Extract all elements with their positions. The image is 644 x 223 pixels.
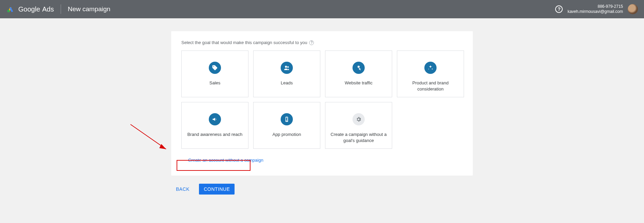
goal-label: Brand awareness and reach [183,131,247,138]
back-button[interactable]: BACK [173,184,193,195]
account-info[interactable]: 886-979-2715 kaveh.mirmousavi@gmail.com [567,4,623,14]
brand-first: Google [18,5,40,13]
continue-button[interactable]: CONTINUE [199,184,235,195]
page-title: New campaign [68,5,110,13]
account-id: 886-979-2715 [567,4,623,9]
header-divider [61,4,61,14]
app-header: Google Ads New campaign ? 886-979-2715 k… [0,0,644,18]
tag-icon [209,62,221,74]
avatar[interactable] [628,4,638,14]
goal-option[interactable]: Website traffic [325,50,392,97]
annotation-arrow-icon [129,123,173,157]
megaphone-icon [209,113,221,125]
goal-label: Website traffic [341,80,377,86]
page-body: Select the goal that would make this cam… [0,18,644,195]
goal-prompt-text: Select the goal that would make this cam… [181,40,307,45]
goal-option[interactable]: Create a campaign without a goal's guida… [325,102,392,149]
people-icon [281,62,293,74]
goal-option[interactable]: Sales [181,50,248,97]
goal-label: Sales [205,80,225,86]
header-right: ? 886-979-2715 kaveh.mirmousavi@gmail.co… [555,4,638,14]
svg-point-6 [286,121,287,122]
brand-second: Ads [42,5,54,13]
svg-point-4 [287,66,289,68]
goal-label: Leads [277,80,297,86]
sparkle-icon [424,62,437,74]
click-icon [353,62,365,74]
svg-point-0 [7,10,10,13]
svg-line-1 [130,124,166,149]
goal-card-panel: Select the goal that would make this cam… [171,31,473,176]
goal-option[interactable]: Brand awareness and reach [181,102,248,149]
content-column: Select the goal that would make this cam… [171,31,473,195]
goal-label: App promotion [268,131,305,138]
svg-point-3 [285,66,287,68]
help-icon[interactable]: ? [555,5,563,13]
gear-icon [353,113,365,125]
info-icon[interactable]: ? [309,40,314,45]
google-ads-logo-icon [6,4,15,14]
phone-icon [281,113,293,125]
brand-text: Google Ads [18,5,54,13]
logo-block: Google Ads [6,4,54,14]
goal-label: Create a campaign without a goal's guida… [325,131,392,143]
goal-option[interactable]: Product and brand consideration [397,50,464,97]
create-account-without-campaign-link[interactable]: Create an account without a campaign [181,155,270,165]
button-row: BACK CONTINUE [171,184,473,195]
goal-option[interactable]: Leads [253,50,320,97]
account-email: kaveh.mirmousavi@gmail.com [567,9,623,14]
svg-marker-2 [159,144,166,149]
goal-grid: SalesLeadsWebsite trafficProduct and bra… [181,50,463,149]
goal-option[interactable]: App promotion [253,102,320,149]
goal-label: Product and brand consideration [397,80,464,92]
goal-prompt: Select the goal that would make this cam… [181,40,463,45]
